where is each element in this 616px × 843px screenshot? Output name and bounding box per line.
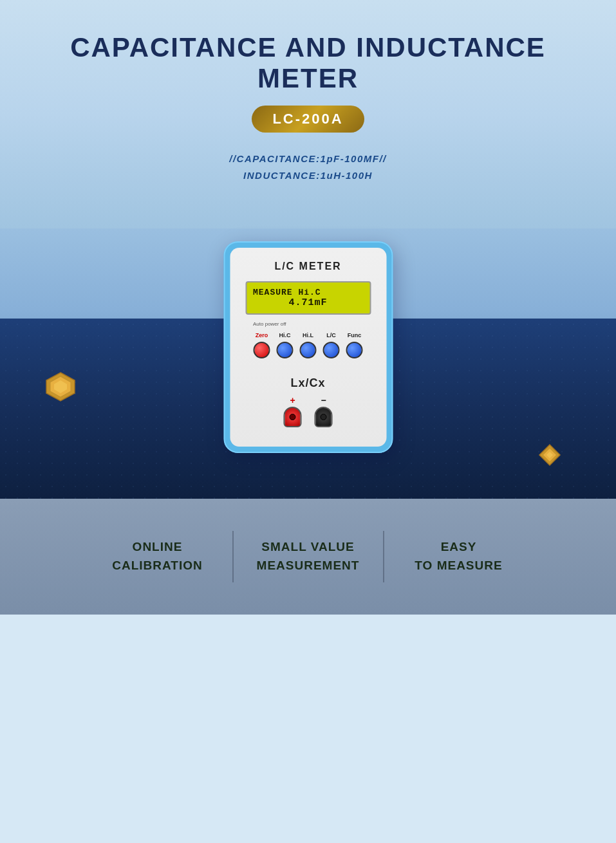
terminals-row: + − [284,395,333,427]
terminal-minus-sign: − [321,395,326,405]
upper-background: CAPACITANCE AND INDUCTANCE METER LC-200A… [0,0,616,228]
btn-lc-label: L/C [326,332,336,338]
device-title: L/C METER [274,261,341,272]
terminal-red-hole [290,414,296,420]
specs-text: //CAPACITANCE:1pF-100MF// INDUCTANCE:1uH… [229,151,386,183]
features-inner: ONLINE CALIBRATION SMALL VALUE MEASUREME… [83,531,534,582]
feature-small-value: SMALL VALUE MEASUREMENT [234,539,383,573]
terminal-minus: − [315,395,333,427]
feature-small-line2: MEASUREMENT [257,558,360,574]
btn-lc: L/C [323,332,340,358]
btn-func: Func [346,332,363,358]
feature-easy-line1: EASY [441,539,477,555]
feature-online-line2: CALIBRATION [112,558,202,574]
feature-easy-line2: TO MEASURE [415,558,502,574]
terminal-red-plug [284,407,302,427]
btn-zero-label: Zero [256,332,268,338]
feature-small-line1: SMALL VALUE [261,539,354,555]
feature-online-line1: ONLINE [133,539,183,555]
btn-zero-circle[interactable] [254,342,270,358]
btn-func-label: Func [348,332,362,338]
btn-hil: Hi.L [300,332,317,358]
device: L/C METER MEASURE Hi.C 4.71mF Auto power… [223,241,393,453]
device-shelf-area: L/C METER MEASURE Hi.C 4.71mF Auto power… [0,228,616,499]
device-inner-body: L/C METER MEASURE Hi.C 4.71mF Auto power… [230,248,386,447]
decoration-left [45,371,76,402]
btn-hic-label: Hi.C [279,332,291,338]
terminal-plus: + [284,395,302,427]
connector-label: Lx/Cx [290,376,325,390]
device-outer-frame: L/C METER MEASURE Hi.C 4.71mF Auto power… [223,241,393,453]
model-badge: LC-200A [252,106,364,133]
btn-lc-circle[interactable] [323,342,340,358]
connector-section: Lx/Cx + − [284,376,333,427]
btn-func-circle[interactable] [346,342,363,358]
btn-hic-circle[interactable] [277,342,294,358]
btn-hil-label: Hi.L [303,332,313,338]
terminal-black-hole [321,414,327,420]
decoration-right [538,443,561,467]
features-bar: ONLINE CALIBRATION SMALL VALUE MEASUREME… [0,499,616,615]
lcd-display: MEASURE Hi.C 4.71mF [245,281,371,315]
auto-power-label: Auto power off [253,321,286,327]
model-text: LC-200A [272,111,343,127]
page-wrapper: CAPACITANCE AND INDUCTANCE METER LC-200A… [0,0,616,843]
main-title: CAPACITANCE AND INDUCTANCE METER [39,32,577,94]
buttons-row: Zero Hi.C Hi.L L/C [254,332,363,358]
terminal-plus-sign: + [290,395,295,405]
btn-hic: Hi.C [277,332,294,358]
lcd-line1: MEASURE Hi.C [253,288,363,297]
btn-zero: Zero [254,332,270,358]
terminal-black-plug [315,407,333,427]
btn-hil-circle[interactable] [300,342,317,358]
feature-easy-to-measure: EASY TO MEASURE [384,539,534,573]
lcd-line2: 4.71mF [253,297,363,308]
feature-online-calibration: ONLINE CALIBRATION [83,539,232,573]
